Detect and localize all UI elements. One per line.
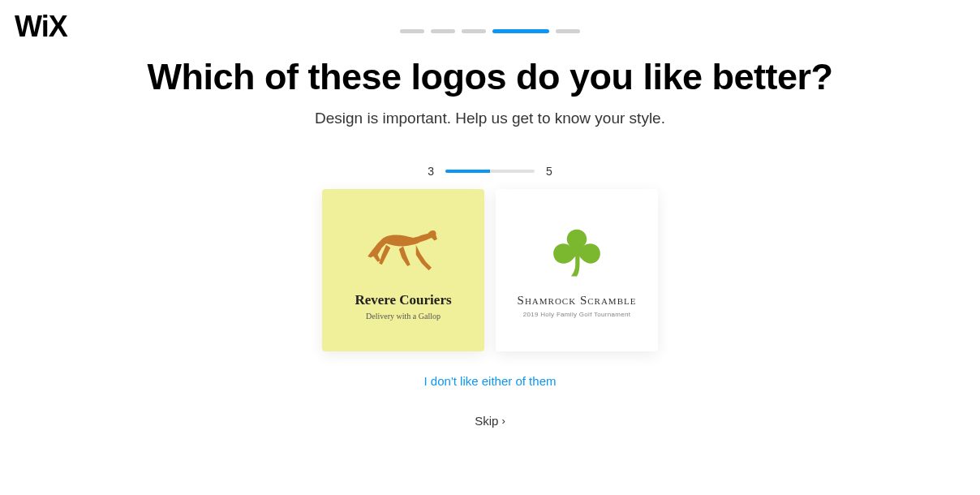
card-left-title: Revere Couriers xyxy=(355,292,451,308)
logo-card-left[interactable]: Revere Couriers Delivery with a Gallop xyxy=(322,189,484,351)
logo-choice-cards: Revere Couriers Delivery with a Gallop S… xyxy=(0,189,980,351)
wix-logo: WiX xyxy=(15,10,67,44)
question-progress-fill xyxy=(445,170,490,173)
question-progress-bar xyxy=(445,170,535,173)
step-2 xyxy=(431,29,455,33)
skip-link[interactable]: Skip › xyxy=(0,414,980,428)
neither-link[interactable]: I don't like either of them xyxy=(0,374,980,388)
step-3 xyxy=(462,29,486,33)
card-right-subtitle: 2019 Holy Family Golf Tournament xyxy=(523,311,631,318)
question-progress: 3 5 xyxy=(0,165,980,178)
logo-card-right[interactable]: Shamrock Scramble 2019 Holy Family Golf … xyxy=(496,189,658,351)
shamrock-icon xyxy=(548,222,605,279)
question-current: 3 xyxy=(428,165,434,178)
question-total: 5 xyxy=(546,165,552,178)
chevron-right-icon: › xyxy=(501,415,505,427)
card-left-subtitle: Delivery with a Gallop xyxy=(366,312,441,321)
skip-label: Skip xyxy=(475,414,498,428)
step-5 xyxy=(556,29,580,33)
page-title: Which of these logos do you like better? xyxy=(0,56,980,98)
step-1 xyxy=(400,29,424,33)
horse-icon xyxy=(359,221,448,278)
card-right-title: Shamrock Scramble xyxy=(518,294,637,308)
step-4-active xyxy=(492,29,549,33)
progress-steps xyxy=(0,0,980,33)
page-subtitle: Design is important. Help us get to know… xyxy=(0,110,980,127)
